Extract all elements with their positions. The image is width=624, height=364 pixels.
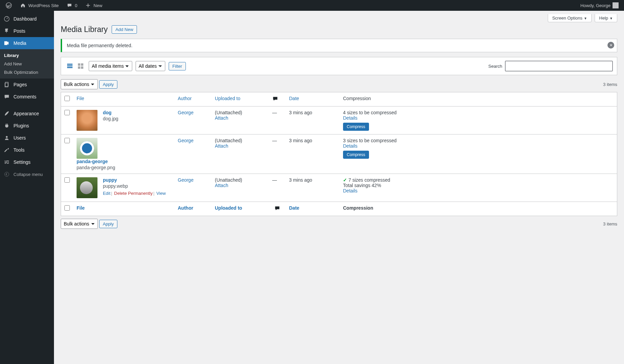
select-all-checkbox-bottom[interactable] — [64, 205, 70, 211]
sidebar-item-plugins[interactable]: Plugins — [0, 120, 54, 132]
new-link[interactable]: New — [82, 0, 105, 11]
row-checkbox[interactable] — [64, 138, 70, 143]
col-uploaded-footer[interactable]: Uploaded to — [215, 205, 242, 211]
date-cell: 3 mins ago — [286, 134, 340, 174]
comments-link[interactable]: 0 — [63, 0, 80, 11]
view-list-button[interactable] — [65, 61, 75, 71]
date-filter[interactable]: All dates — [136, 61, 165, 71]
col-author-header[interactable]: Author — [178, 96, 192, 101]
file-title-link[interactable]: dog — [103, 110, 112, 115]
search-input[interactable] — [505, 61, 613, 71]
sidebar-item-users[interactable]: Users — [0, 132, 54, 144]
svg-rect-4 — [67, 64, 73, 65]
row-checkbox[interactable] — [64, 110, 70, 115]
table-row: dog dog.jpg George (Unattached)Attach — … — [61, 107, 617, 134]
svg-rect-7 — [78, 63, 80, 66]
svg-rect-6 — [67, 67, 73, 68]
col-uploaded-header[interactable]: Uploaded to — [215, 96, 240, 101]
file-title-link[interactable]: panda-george — [77, 159, 108, 164]
view-link[interactable]: View — [157, 191, 166, 196]
compress-button[interactable]: Compress — [343, 151, 369, 159]
edit-link[interactable]: Edit — [103, 191, 110, 196]
apply-button-bottom[interactable]: Apply — [99, 220, 118, 228]
notice-text: Media file permanently deleted. — [67, 43, 133, 48]
uploaded-text: (Unattached) — [215, 177, 242, 183]
page-icon — [3, 81, 10, 88]
filter-bar: All media items All dates Filter Search — [61, 57, 617, 75]
dashboard-icon — [3, 16, 10, 22]
sidebar-item-appearance[interactable]: Appearance — [0, 108, 54, 120]
sidebar-item-pages[interactable]: Pages — [0, 79, 54, 91]
filter-button[interactable]: Filter — [169, 62, 186, 70]
col-file-header[interactable]: File — [77, 96, 84, 101]
compression-cell: 3 sizes to be compressedDetailsCompress — [340, 134, 617, 174]
author-link[interactable]: George — [178, 177, 194, 183]
dismiss-notice-button[interactable]: ✕ — [607, 42, 614, 49]
attach-link[interactable]: Attach — [215, 183, 228, 188]
comment-icon — [3, 93, 10, 100]
select-all-checkbox-top[interactable] — [64, 96, 70, 101]
attach-link[interactable]: Attach — [215, 143, 228, 149]
col-compression-footer: Compression — [343, 205, 373, 211]
date-cell: 3 mins ago — [286, 107, 340, 134]
file-name: panda-george.png — [77, 165, 115, 170]
compress-button[interactable]: Compress — [343, 123, 369, 131]
author-link[interactable]: George — [178, 138, 194, 143]
sidebar-item-tools[interactable]: Tools — [0, 144, 54, 156]
sidebar-item-dashboard[interactable]: Dashboard — [0, 13, 54, 25]
collapse-menu[interactable]: Collapse menu — [0, 168, 54, 180]
wp-logo[interactable] — [3, 0, 15, 11]
sidebar-subitem-library[interactable]: Library — [0, 51, 54, 60]
file-name: dog.jpg — [103, 116, 118, 121]
author-link[interactable]: George — [178, 110, 194, 115]
search-label: Search — [488, 64, 502, 69]
svg-rect-5 — [67, 65, 73, 66]
uploaded-text: (Unattached) — [215, 138, 242, 143]
sidebar-item-posts[interactable]: Posts — [0, 25, 54, 37]
media-type-filter[interactable]: All media items — [89, 61, 132, 71]
svg-point-2 — [6, 136, 7, 138]
account-link[interactable]: Howdy, George — [578, 0, 621, 11]
caret-down-icon: ▼ — [584, 17, 587, 20]
col-file-footer[interactable]: File — [77, 205, 85, 211]
comments-cell: — — [269, 134, 286, 174]
delete-link[interactable]: Delete Permanently — [114, 191, 152, 196]
user-icon — [3, 134, 10, 141]
sidebar-subitem-addnew[interactable]: Add New — [0, 60, 54, 68]
view-grid-button[interactable] — [76, 61, 85, 71]
add-new-button[interactable]: Add New — [112, 25, 137, 34]
attach-link[interactable]: Attach — [215, 115, 228, 121]
screen-options-tab[interactable]: Screen Options▼ — [548, 14, 592, 22]
brush-icon — [3, 110, 10, 117]
svg-rect-8 — [81, 63, 83, 66]
plus-icon — [85, 2, 91, 9]
bulk-actions-select-top[interactable]: Bulk actions — [61, 79, 98, 89]
file-name: puppy.webp — [103, 183, 166, 189]
sidebar-item-comments[interactable]: Comments — [0, 91, 54, 103]
sidebar-item-settings[interactable]: Settings — [0, 156, 54, 168]
details-link[interactable]: Details — [343, 188, 358, 193]
col-author-footer[interactable]: Author — [178, 205, 193, 211]
thumbnail[interactable] — [77, 177, 97, 198]
details-link[interactable]: Details — [343, 143, 358, 149]
thumbnail[interactable] — [77, 138, 97, 159]
col-date-footer[interactable]: Date — [289, 205, 299, 211]
col-date-header[interactable]: Date — [289, 96, 299, 101]
compression-cell: 4 sizes to be compressedDetailsCompress — [340, 107, 617, 134]
sidebar-item-media[interactable]: Media — [0, 37, 54, 49]
bulk-actions-select-bottom[interactable]: Bulk actions — [61, 219, 98, 229]
item-count-top: 3 items — [603, 82, 617, 87]
details-link[interactable]: Details — [343, 115, 358, 121]
media-table: File Author Uploaded to Date Compression… — [61, 92, 617, 216]
row-checkbox[interactable] — [64, 177, 70, 183]
file-title-link[interactable]: puppy — [103, 177, 117, 183]
thumbnail[interactable] — [77, 110, 97, 131]
help-tab[interactable]: Help▼ — [595, 14, 617, 22]
plug-icon — [3, 122, 10, 129]
svg-rect-10 — [81, 66, 83, 69]
site-link[interactable]: WordPress Site — [17, 0, 61, 11]
date-cell: 3 mins ago — [286, 174, 340, 202]
home-icon — [20, 2, 26, 9]
sidebar-subitem-bulkopt[interactable]: Bulk Optimization — [0, 68, 54, 77]
apply-button-top[interactable]: Apply — [99, 80, 118, 89]
